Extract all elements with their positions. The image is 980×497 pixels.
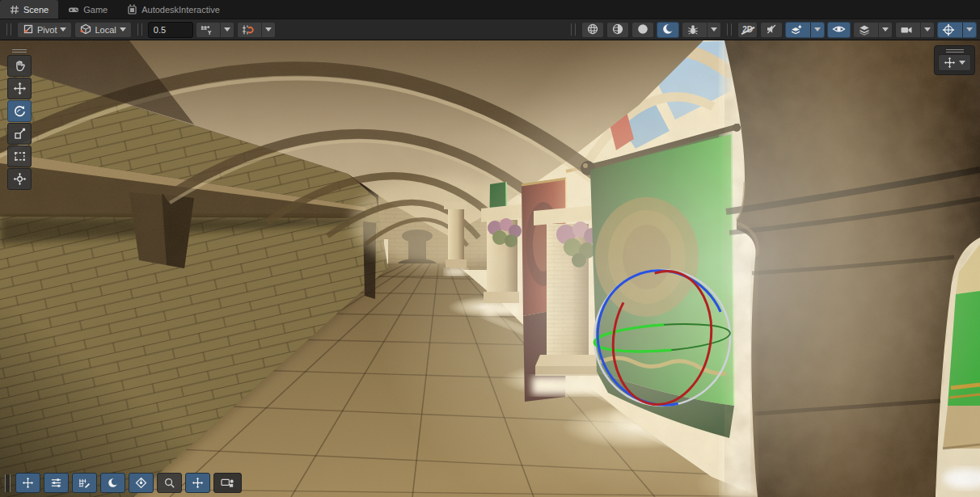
chevron-down-icon (120, 27, 126, 32)
overlays-toolbar (5, 473, 242, 493)
overlays-toolbar-drag-handle[interactable] (5, 474, 11, 492)
search-icon (163, 477, 175, 489)
gizmos-toggle-button[interactable] (937, 22, 977, 38)
sphere-filled-icon (636, 23, 649, 37)
grid-snap-icon (238, 23, 258, 37)
eye-icon (832, 23, 846, 37)
grid-snap-drag-handle[interactable] (137, 23, 142, 36)
tab-scene[interactable]: Scene (0, 0, 58, 19)
moon-icon (661, 23, 674, 37)
material-asset-icon (127, 4, 137, 15)
tab-label: Scene (23, 5, 49, 15)
cube-icon (80, 23, 91, 36)
grid-icon (10, 5, 19, 15)
display-shapes-icon (221, 477, 234, 489)
orientation-overlay-drag-handle[interactable] (938, 48, 971, 54)
2d-off-icon: 2D (742, 25, 753, 34)
tools-toggle-button[interactable] (15, 473, 40, 493)
overlay-menu-button[interactable] (213, 473, 242, 493)
chevron-down-icon (265, 27, 272, 32)
chevron-down-icon (966, 27, 973, 32)
chevron-down-icon (882, 27, 889, 32)
scene-render-sponza-corridor[interactable] (0, 40, 980, 497)
unity-editor-window: Scene Game AutodeskInteractive Pivot (0, 0, 980, 497)
grid-y-icon (196, 23, 217, 37)
sliders-icon (50, 477, 62, 489)
chevron-down-icon (814, 27, 821, 32)
chevron-down-icon (711, 27, 717, 32)
tool-settings-toggle-button[interactable] (44, 473, 69, 493)
layers-menu-button[interactable] (853, 22, 893, 38)
skybox-toggle-button[interactable] (657, 22, 679, 38)
scene-view-toolbar: Pivot Local (0, 19, 980, 40)
scene-viewport[interactable] (0, 40, 980, 497)
orientation-gizmo-button[interactable] (938, 54, 971, 71)
rect-tool-button[interactable] (7, 145, 32, 167)
chevron-down-icon (60, 27, 66, 32)
sphere-half-icon (611, 23, 624, 37)
2d-toggle-button[interactable]: 2D (737, 22, 758, 38)
chevron-down-icon (924, 27, 931, 32)
transform-icon (13, 172, 27, 186)
camera-tool-toggle-button[interactable] (185, 473, 210, 493)
orientation-toggle-button[interactable] (129, 473, 154, 493)
orientation-mode-label: Local (95, 25, 116, 35)
scale-icon (13, 127, 27, 141)
grid-pen-icon (78, 477, 91, 489)
shading-wireframe-button[interactable] (581, 22, 604, 38)
view-toggles-drag-handle[interactable] (727, 23, 732, 36)
transform-tool-button[interactable] (7, 168, 32, 190)
view-options-drag-handle[interactable] (571, 23, 576, 36)
scene-visibility-button[interactable] (827, 22, 851, 38)
move-cross-icon (944, 57, 956, 69)
move-tool-button[interactable] (7, 78, 32, 99)
tab-label: AutodeskInteractive (142, 5, 220, 15)
sphere-wireframe-icon (586, 23, 599, 37)
moon-icon (107, 477, 119, 489)
search-toggle-button[interactable] (157, 473, 182, 493)
tools-overlay-drag-handle[interactable] (6, 47, 32, 54)
chevron-down-icon (224, 27, 230, 32)
view-tool-button[interactable] (7, 55, 32, 77)
tab-autodeskinteractive[interactable]: AutodeskInteractive (117, 0, 230, 19)
rotate-icon (13, 104, 27, 118)
gizmo-globe-icon (938, 23, 959, 37)
bug-icon (682, 23, 703, 37)
chevron-down-icon (959, 61, 965, 65)
audio-toggle-button[interactable] (760, 22, 783, 38)
tab-game[interactable]: Game (58, 0, 117, 19)
move-cross-icon (192, 477, 204, 489)
rect-icon (13, 150, 27, 163)
pivot-icon (23, 23, 34, 36)
hand-icon (13, 59, 27, 73)
grid-snap-toggle-button[interactable] (72, 473, 97, 493)
orientation-mode-button[interactable]: Local (74, 22, 131, 38)
grid-snap-button[interactable] (237, 22, 276, 38)
diamond-gizmo-icon (135, 477, 147, 489)
snap-increment-input[interactable] (148, 22, 193, 38)
layers-icon (854, 23, 875, 37)
move-cross-icon (22, 477, 34, 489)
shading-shaded-button[interactable] (632, 22, 654, 38)
grid-axis-button[interactable] (196, 22, 234, 38)
camera-icon (896, 23, 917, 37)
gamepad-icon (68, 5, 79, 15)
tool-settings-drag-handle[interactable] (6, 23, 11, 36)
camera-settings-button[interactable] (895, 22, 935, 38)
pivot-mode-button[interactable]: Pivot (17, 22, 72, 38)
orientation-overlay (934, 45, 975, 75)
effects-toggle-button[interactable] (785, 22, 825, 38)
scene-view-tabbar: Scene Game AutodeskInteractive (0, 0, 980, 19)
view-options-toggle-button[interactable] (100, 473, 125, 493)
move-icon (13, 82, 27, 95)
tab-label: Game (83, 5, 108, 15)
pivot-mode-label: Pivot (37, 25, 57, 35)
fx-layers-icon (786, 23, 807, 37)
tools-overlay (6, 47, 32, 191)
rotate-tool-button[interactable] (7, 100, 32, 122)
scale-tool-button[interactable] (7, 123, 32, 145)
audio-muted-icon (765, 23, 778, 37)
debug-draw-button[interactable] (682, 22, 721, 38)
shading-shaded-wireframe-button[interactable] (606, 22, 629, 38)
